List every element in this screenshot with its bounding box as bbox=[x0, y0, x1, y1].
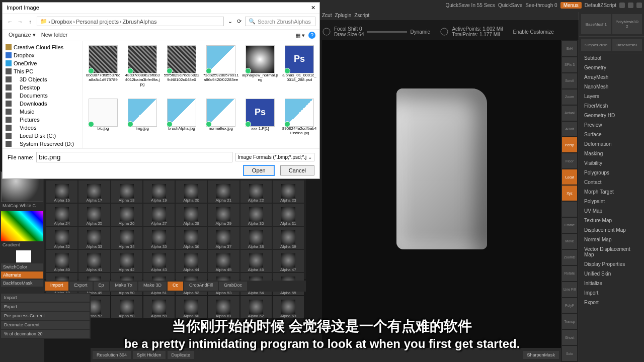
alpha-thumb[interactable]: Alpha 43 bbox=[143, 250, 175, 272]
alpha-thumb[interactable]: Alpha 16 bbox=[46, 180, 77, 203]
dynamic-toggle[interactable]: Dynamic bbox=[410, 29, 430, 35]
tool-uv-map[interactable]: UV Map bbox=[579, 206, 644, 216]
alpha-export[interactable]: Export bbox=[69, 282, 93, 291]
tree-item[interactable]: This PC bbox=[6, 67, 79, 75]
alpha-thumb[interactable]: Alpha 60 bbox=[176, 296, 207, 318]
alpha-thumb[interactable]: Alpha 46 bbox=[240, 250, 272, 272]
leftbtn[interactable]: Pre-process Current bbox=[1, 312, 90, 320]
file-item[interactable]: Psalphas_01_0001c_0018_288.psd bbox=[280, 44, 318, 97]
tool-masking[interactable]: Masking bbox=[579, 149, 644, 158]
vicon-solo[interactable]: Solo bbox=[562, 346, 577, 361]
tool-visibility[interactable]: Visibility bbox=[579, 158, 644, 168]
switchcolor[interactable]: SwitchColor bbox=[1, 263, 43, 270]
alpha-thumb[interactable]: Alpha 22 bbox=[240, 180, 272, 203]
filename-input[interactable] bbox=[36, 152, 232, 162]
alpha-make tx[interactable]: Make Tx bbox=[110, 282, 137, 291]
leftbtn[interactable]: Import bbox=[1, 294, 90, 302]
3d-viewport[interactable] bbox=[322, 40, 561, 362]
alpha-thumb[interactable]: Alpha 38 bbox=[240, 227, 272, 249]
alpha-thumb[interactable]: Alpha 27 bbox=[143, 204, 175, 226]
tree-item[interactable]: 3D Objects bbox=[6, 75, 79, 83]
window-max-icon[interactable] bbox=[628, 3, 633, 8]
file-item[interactable]: 0bc8877dfd55376ca8a8c1d975789 bbox=[84, 44, 122, 97]
alpha-thumb[interactable]: Alpha 23 bbox=[273, 180, 304, 203]
tool-export[interactable]: Export bbox=[579, 298, 644, 307]
default-zscript[interactable]: DefaultZScript bbox=[585, 3, 616, 8]
tool-geometry[interactable]: Geometry bbox=[579, 63, 644, 72]
view-icon[interactable]: ▦ ▾ bbox=[293, 32, 307, 38]
vicon-blank[interactable] bbox=[562, 202, 577, 217]
vicon-scroll[interactable]: Scroll bbox=[562, 73, 577, 88]
alpha-thumb[interactable]: Alpha 24 bbox=[46, 204, 77, 226]
tool-swatch-1[interactable]: BaseMesh1 bbox=[581, 14, 611, 34]
tree-item[interactable]: Videos bbox=[6, 124, 79, 132]
vicon-frame[interactable]: Frame bbox=[562, 218, 577, 233]
alpha-thumb[interactable]: Alpha 18 bbox=[111, 180, 142, 203]
file-item[interactable]: alphaglow_normal.png bbox=[241, 44, 279, 97]
breadcrumb-dropdown-icon[interactable]: ⌄ bbox=[227, 18, 233, 25]
tool-displacement-map[interactable]: Displacement Map bbox=[579, 225, 644, 235]
alpha-thumb[interactable]: Alpha 36 bbox=[176, 227, 207, 249]
vicon-ghost[interactable]: Ghost bbox=[562, 330, 577, 345]
quicksave-button[interactable]: QuickSave bbox=[498, 3, 522, 8]
color-swatch[interactable] bbox=[16, 250, 31, 262]
tool-contact[interactable]: Contact bbox=[579, 177, 644, 187]
color-picker[interactable] bbox=[1, 211, 43, 241]
alpha-thumb[interactable]: Alpha 33 bbox=[78, 227, 110, 249]
tree-item[interactable]: Downloads bbox=[6, 100, 79, 108]
tool-geometry-hd[interactable]: Geometry HD bbox=[579, 111, 644, 120]
tree-item[interactable]: Dropbox bbox=[6, 51, 79, 59]
tool-swatch-3[interactable]: SimpleBrush bbox=[581, 39, 611, 51]
duplicate[interactable]: Duplicate bbox=[168, 351, 195, 359]
alpha-thumb[interactable]: Alpha 17 bbox=[78, 180, 110, 203]
tool-arraymesh[interactable]: ArrayMesh bbox=[579, 72, 644, 82]
draw-size-slider[interactable] bbox=[367, 31, 407, 33]
file-item[interactable]: normaltex.jpg bbox=[202, 98, 240, 145]
menus-button[interactable]: Menus bbox=[560, 2, 582, 9]
alpha-thumb[interactable]: Alpha 45 bbox=[208, 250, 239, 272]
tool-initialize[interactable]: Initialize bbox=[579, 279, 644, 288]
file-item[interactable]: 73db25928857b911a86c9420f02283ee bbox=[202, 44, 240, 97]
vicon-line fill[interactable]: Line Fill bbox=[562, 282, 577, 297]
tool-vector-displacement-map[interactable]: Vector Displacement Map bbox=[579, 244, 644, 259]
alpha-import[interactable]: Import bbox=[45, 282, 68, 291]
vicon-move[interactable]: Move bbox=[562, 234, 577, 249]
file-item[interactable]: 48d07d089b2bfbb34012baba3bfe49a.jpg bbox=[123, 44, 162, 97]
tree-item[interactable]: OneDrive bbox=[6, 59, 79, 67]
help-icon[interactable]: ? bbox=[308, 32, 315, 39]
vicon-xyz[interactable]: Xyz bbox=[562, 186, 577, 201]
tree-item[interactable]: Music bbox=[6, 108, 79, 116]
resolution[interactable]: Resolution 304 bbox=[93, 351, 131, 359]
vicon-persp[interactable]: Persp bbox=[562, 137, 577, 152]
tool-nanomesh[interactable]: NanoMesh bbox=[579, 82, 644, 92]
alpha-thumb[interactable]: Alpha 25 bbox=[78, 204, 110, 226]
alpha-thumb[interactable]: Alpha 63 bbox=[273, 296, 304, 318]
file-filter-dropdown[interactable]: Image Formats (*.bmp;*.psd;*.j ⌄ bbox=[235, 153, 315, 161]
nav-fwd-icon[interactable]: → bbox=[17, 19, 24, 25]
organize-dropdown[interactable]: Organize ▾ bbox=[7, 32, 38, 38]
alternate[interactable]: Alternate bbox=[1, 272, 43, 279]
alpha-thumb[interactable]: Alpha 40 bbox=[46, 250, 77, 272]
nav-up-icon[interactable]: ↑ bbox=[27, 19, 34, 25]
backfacemask[interactable]: BackfaceMask bbox=[1, 280, 43, 287]
leftbtn[interactable]: Decimate Current bbox=[1, 321, 90, 329]
alpha-thumb[interactable]: Alpha 21 bbox=[208, 180, 239, 203]
tool-swatch-4[interactable]: BaseMesh1 bbox=[612, 39, 642, 51]
window-close-icon[interactable] bbox=[636, 3, 642, 8]
tree-item[interactable]: System Reserved (D:) bbox=[6, 140, 79, 148]
cancel-button[interactable]: Cancel bbox=[280, 165, 314, 175]
alpha-thumb[interactable]: Alpha 31 bbox=[273, 204, 304, 226]
vicon-spix 3[interactable]: SPix 3 bbox=[562, 57, 577, 72]
tool-preview[interactable]: Preview bbox=[579, 120, 644, 130]
tool-morph-target[interactable]: Morph Target bbox=[579, 187, 644, 197]
alpha-thumb[interactable]: Alpha 41 bbox=[78, 250, 110, 272]
tool-fibermesh[interactable]: FiberMesh bbox=[579, 101, 644, 111]
alpha-thumb[interactable]: Alpha 47 bbox=[273, 250, 304, 272]
alpha-ep[interactable]: Ep bbox=[94, 282, 109, 291]
alpha-thumb[interactable]: Alpha 32 bbox=[46, 227, 77, 249]
alpha-thumb[interactable]: Alpha 34 bbox=[111, 227, 142, 249]
tool-surface[interactable]: Surface bbox=[579, 130, 644, 139]
tool-layers[interactable]: Layers bbox=[579, 92, 644, 101]
vicon-rotate[interactable]: Rotate bbox=[562, 266, 577, 281]
alpha-cc[interactable]: Cc bbox=[168, 282, 183, 291]
